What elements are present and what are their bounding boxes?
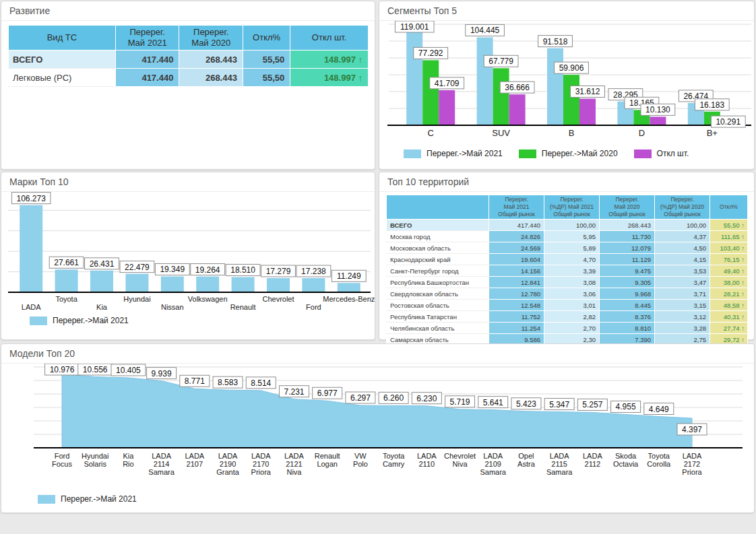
legend-item[interactable]: Перерег.->Май 2020 — [519, 149, 618, 158]
bar-Перерег.->Май 2020-C[interactable] — [422, 60, 439, 125]
terr-table-row[interactable]: ВСЕГО417.440100,00268.443100,0055,50 ↑ — [387, 220, 748, 231]
terr-table-row[interactable]: Ростовская область12.5483,018.4453,1548,… — [387, 300, 748, 311]
bar-LADA[interactable] — [20, 205, 42, 292]
data-label: 4.649 — [649, 405, 669, 414]
terr-table-row[interactable]: Республика Татарстан11.7522,828.3763,124… — [387, 311, 748, 323]
terr-table-row[interactable]: Санкт-Петербург город14.1563,399.4753,53… — [387, 265, 748, 277]
data-label: 19.349 — [160, 265, 185, 274]
x-tick-label: LADA2172Priora — [682, 452, 702, 476]
bar-Volkswagen[interactable] — [196, 277, 219, 292]
development-table: Вид ТСПеререг.Май 2021Перерег.Май 2020От… — [8, 25, 369, 87]
legend-item[interactable]: Перерег.->Май 2021 — [38, 494, 137, 504]
terr-cell: 4,70 — [544, 254, 600, 265]
data-label: 17.238 — [301, 267, 326, 276]
dev-table-row[interactable]: ВСЕГО417.440268.44355,50148.997 ↑ — [9, 51, 369, 69]
dev-table-row[interactable]: Легковые (PC)417.440268.44355,50148.997 … — [9, 69, 369, 87]
bar-Mercedes-Benz[interactable] — [338, 283, 360, 292]
data-label: 7.231 — [284, 387, 304, 397]
terr-table-row[interactable]: Москва город24.8265,9511.7304,37111,65 ↑ — [387, 231, 748, 242]
data-label: 6.230 — [416, 394, 437, 403]
area-Перерег.->Май 2021[interactable] — [62, 374, 692, 448]
x-tick-label: LADA2109Samara — [480, 452, 506, 476]
x-tick-label: OpelAstra — [517, 452, 536, 468]
dev-col-header: Откл шт. — [290, 26, 369, 51]
data-label: 10.291 — [716, 117, 741, 127]
terr-cell: 49,40 ↑ — [710, 265, 748, 277]
terr-cell: Республика Татарстан — [387, 311, 489, 323]
terr-table-row[interactable]: Свердловская область12.7803,069.9683,712… — [387, 288, 748, 300]
data-label: 5.719 — [450, 397, 470, 407]
terr-table-row[interactable]: Московская область24.5695,8912.0794,5010… — [387, 242, 748, 254]
terr-cell: 40,31 ↑ — [710, 311, 748, 323]
x-tick-label: LADA — [22, 303, 41, 311]
models-legend: Перерег.->Май 2021 — [38, 494, 754, 504]
bar-Hyundai[interactable] — [125, 274, 148, 292]
terr-cell: 11.730 — [600, 231, 655, 242]
terr-cell: Челябинская область — [387, 323, 489, 334]
x-tick-label: B+ — [707, 128, 718, 138]
data-label: 8.514 — [251, 378, 271, 388]
data-label: 4.955 — [616, 402, 636, 411]
terr-cell: 55,50 ↑ — [710, 220, 748, 231]
legend-label: Откл шт. — [657, 149, 689, 158]
x-tick-label: KiaRio — [123, 452, 134, 468]
legend-item[interactable]: Откл шт. — [634, 149, 689, 158]
data-label: 26.431 — [90, 259, 115, 269]
terr-cell: 9.968 — [600, 288, 655, 300]
terr-col-header: Перерег.(%ДР) Май 2021Общий рынок — [544, 195, 600, 220]
bar-Перерег.->Май 2021-C[interactable] — [406, 25, 422, 125]
terr-cell: 12.548 — [489, 300, 544, 311]
x-tick-label: LADA2170Priora — [251, 452, 272, 476]
terr-table-row[interactable]: Челябинская область11.2542,708.8103,2827… — [387, 323, 748, 334]
legend-item[interactable]: Перерег.->Май 2021 — [30, 316, 129, 325]
legend-item[interactable]: Перерег.->Май 2021 — [404, 149, 503, 158]
x-tick-label: HyundaiSolaris — [82, 452, 108, 468]
terr-cell: Санкт-Петербург город — [387, 265, 489, 277]
bar-Nissan[interactable] — [161, 276, 184, 292]
bar-Откл шт.-D[interactable] — [650, 116, 666, 125]
panel-brands: Марки Топ 10 LADAToyotaKiaHyundaiNissanV… — [1, 172, 375, 340]
bar-Откл шт.-SUV[interactable] — [509, 94, 526, 125]
bar-Перерег.->Май 2020-SUV[interactable] — [493, 68, 509, 125]
terr-cell: 2,82 — [544, 311, 600, 323]
bar-Renault[interactable] — [232, 277, 255, 292]
dev-cell: ВСЕГО — [9, 51, 116, 69]
x-tick-label: Nissan — [161, 303, 184, 311]
x-tick-label: Chevrolet — [262, 295, 294, 303]
legend-label: Перерег.->Май 2021 — [61, 494, 137, 504]
panel-segments: Сегменты Топ 5 CSUVBDB+119.001104.44591.… — [379, 1, 755, 170]
terr-cell: 11.129 — [600, 254, 655, 265]
terr-table-row[interactable]: Краснодарский край19.6044,7011.1294,1576… — [387, 254, 748, 265]
bar-Chevrolet[interactable] — [267, 278, 290, 292]
terr-cell: 28,21 ↑ — [710, 288, 748, 300]
terr-cell: 268.443 — [600, 220, 655, 231]
bar-Toyota[interactable] — [55, 269, 78, 292]
terr-cell: 417.440 — [489, 220, 544, 231]
terr-cell: 3,53 — [655, 265, 710, 277]
x-tick-label: LADA2112 — [583, 452, 602, 468]
bar-Ford[interactable] — [302, 278, 325, 292]
x-tick-label: LADA2107 — [185, 452, 204, 468]
x-tick-label: Volkswagen — [188, 295, 228, 303]
bar-Откл шт.-B[interactable] — [579, 98, 596, 125]
legend-swatch — [519, 149, 536, 158]
bar-Откл шт.-C[interactable] — [439, 90, 455, 125]
bar-Перерег.->Май 2020-B[interactable] — [563, 75, 579, 125]
terr-cell: 9.305 — [600, 277, 655, 288]
terr-cell: 11.254 — [489, 323, 544, 334]
terr-table-row[interactable]: Республика Башкортостан12.8413,089.3053,… — [387, 277, 748, 288]
terr-cell: Московская область — [387, 242, 489, 254]
x-tick-label: Mercedes-Benz — [323, 295, 375, 303]
legend-swatch — [38, 495, 55, 504]
data-label: 6.297 — [350, 393, 371, 403]
terr-cell: 12.841 — [489, 277, 544, 288]
dev-cell: 55,50 — [243, 51, 290, 69]
bar-Перерег.->Май 2021-SUV[interactable] — [477, 37, 493, 125]
panel-title-brands: Марки Топ 10 — [1, 172, 375, 192]
data-label: 16.183 — [699, 100, 724, 110]
bar-Перерег.->Май 2021-B[interactable] — [547, 48, 563, 125]
bar-Kia[interactable] — [90, 271, 113, 292]
data-label: 77.292 — [418, 48, 443, 58]
data-label: 10.556 — [83, 365, 108, 374]
data-label: 10.130 — [645, 105, 670, 114]
